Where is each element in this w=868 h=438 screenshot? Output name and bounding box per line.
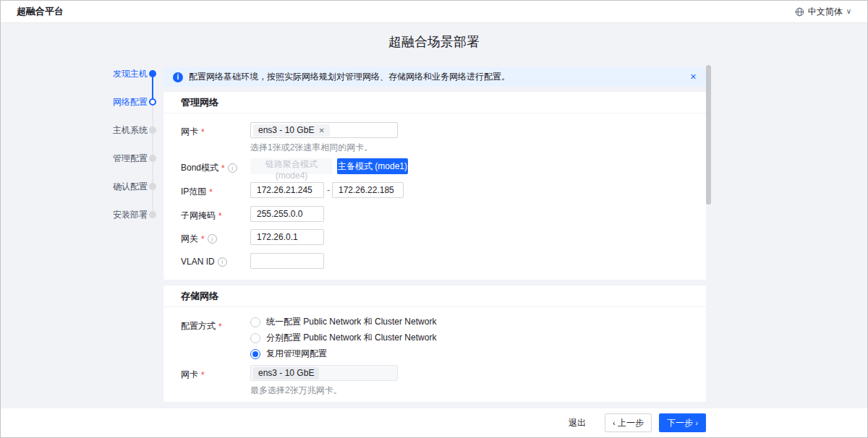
management-network-title: 管理网络 (163, 92, 706, 113)
next-step-button[interactable]: 下一步 › (659, 413, 706, 432)
exit-button[interactable]: 退出 (569, 417, 586, 429)
subnet-mask-label: 子网掩码* (181, 210, 222, 222)
app-window: 超融合平台 中文简体 ∨ 超融合场景部署 发现主机 网络配置 主机系统 管理配置… (0, 0, 868, 438)
step-host-system[interactable]: 主机系统 (95, 126, 148, 134)
step-install-deploy[interactable]: 安装部署 (95, 210, 148, 219)
radio-separate-config[interactable]: 分别配置 Public Network 和 Cluster Network (250, 332, 436, 344)
brand-title: 超融合平台 (17, 5, 64, 18)
info-banner: i 配置网络基础环境，按照实际网络规划对管理网络、存储网络和业务网络进行配置。 … (163, 67, 706, 87)
step-mgmt-config[interactable]: 管理配置 (95, 154, 148, 163)
storage-nic-tag: ens3 - 10 GbE (253, 367, 319, 379)
radio-icon (250, 317, 260, 327)
vlan-id-input[interactable] (250, 253, 324, 269)
chevron-left-icon: ‹ (613, 418, 616, 427)
step-network-config[interactable]: 网络配置 (95, 98, 148, 106)
radio-reuse-mgmt-config[interactable]: 复用管理网配置 (250, 348, 327, 360)
step-confirm-config[interactable]: 确认配置 (95, 182, 148, 191)
ip-range-end-input[interactable] (332, 182, 404, 198)
close-icon[interactable]: ✕ (690, 72, 697, 82)
info-icon[interactable]: i (208, 234, 217, 244)
footer-bar: 退出 ‹ 上一步 下一步 › (1, 408, 867, 437)
globe-icon (795, 7, 804, 17)
info-icon[interactable]: i (228, 163, 237, 173)
scrollbar-thumb[interactable] (706, 65, 711, 205)
bond-mode4-button[interactable]: 链路聚合模式 (mode4) (250, 158, 333, 174)
ip-range-separator: - (327, 185, 330, 195)
management-network-card: 管理网络 网卡* ens3 - 10 GbE ✕ 选择1张或2张速率相同的网卡。… (163, 92, 706, 280)
language-selector[interactable]: 中文简体 ∨ (795, 6, 851, 18)
storage-nic-label: 网卡* (181, 369, 205, 381)
gateway-input[interactable] (250, 229, 324, 245)
radio-unified-config[interactable]: 统一配置 Public Network 和 Cluster Network (250, 316, 436, 328)
info-icon[interactable]: i (218, 257, 227, 267)
ip-range-start-input[interactable] (250, 182, 324, 198)
info-banner-text: 配置网络基础环境，按照实际网络规划对管理网络、存储网络和业务网络进行配置。 (189, 71, 510, 83)
radio-selected-icon (250, 349, 260, 359)
step-dot-pending (149, 155, 156, 162)
tag-close-icon[interactable]: ✕ (318, 126, 324, 134)
nic-select[interactable]: ens3 - 10 GbE ✕ (250, 122, 398, 138)
bond-mode1-button[interactable]: 主备模式 (mode1) (337, 158, 408, 174)
info-circle-icon: i (173, 72, 183, 82)
previous-step-button[interactable]: ‹ 上一步 (605, 413, 652, 432)
ip-range-label: IP范围* (181, 186, 213, 198)
step-dot-pending (149, 126, 156, 134)
storage-network-title: 存储网络 (163, 285, 706, 307)
chevron-down-icon: ∨ (846, 8, 851, 15)
subnet-mask-input[interactable] (250, 206, 324, 222)
storage-nic-helper: 最多选择2张万兆网卡。 (250, 385, 342, 397)
nic-tag: ens3 - 10 GbE ✕ (253, 124, 330, 137)
vlan-id-label: VLAN ID i (181, 257, 227, 267)
bond-mode-label: Bond模式* i (181, 162, 237, 174)
step-dot-pending (149, 211, 156, 218)
page-title: 超融合场景部署 (1, 33, 867, 51)
step-dot-current (149, 98, 156, 106)
storage-nic-select: ens3 - 10 GbE (250, 365, 398, 381)
chevron-right-icon: › (695, 418, 698, 427)
radio-icon (250, 333, 260, 343)
step-dot-done (149, 70, 156, 77)
step-dot-pending (149, 183, 156, 190)
nic-label: 网卡* (181, 126, 205, 138)
config-mode-label: 配置方式* (181, 320, 222, 332)
top-bar: 超融合平台 中文简体 ∨ (1, 1, 867, 23)
step-discover-hosts[interactable]: 发现主机 (95, 69, 148, 78)
language-label: 中文简体 (808, 6, 843, 18)
gateway-label: 网关* i (181, 233, 217, 245)
storage-network-card: 存储网络 配置方式* 统一配置 Public Network 和 Cluster… (163, 285, 706, 402)
nic-helper: 选择1张或2张速率相同的网卡。 (250, 142, 373, 154)
